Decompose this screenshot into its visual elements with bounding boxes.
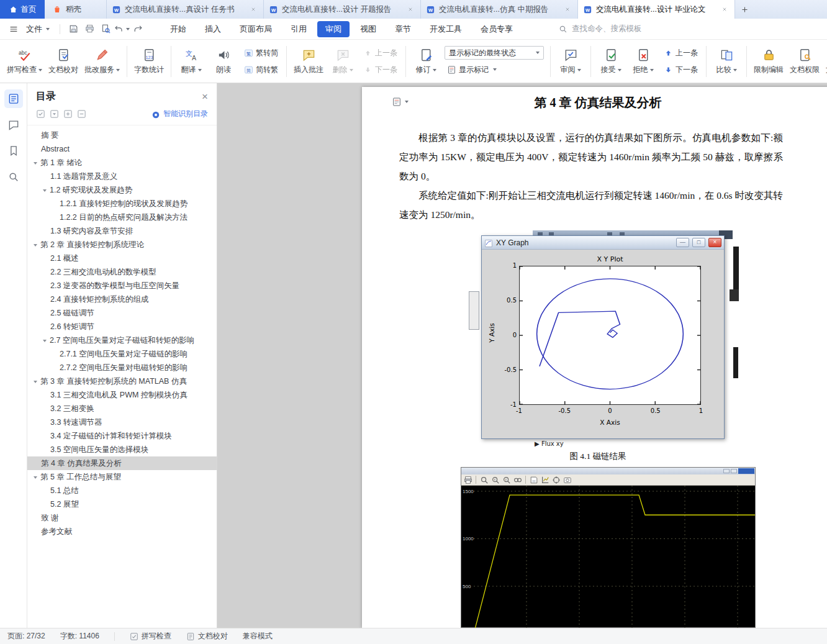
word-count[interactable]: 字数: 11406 xyxy=(60,631,99,642)
tab-section[interactable]: 章节 xyxy=(387,21,419,37)
toc-item[interactable]: 1.2.2 目前的热点研究问题及解决方法 xyxy=(27,211,217,224)
tab-start[interactable]: 开始 xyxy=(162,21,194,37)
word-count-button[interactable]: 123字数统计 xyxy=(131,43,167,80)
scope-floppy-icon[interactable] xyxy=(529,475,538,484)
store-tab[interactable]: 稻壳 xyxy=(45,0,107,19)
scope-axes-icon[interactable] xyxy=(540,475,549,484)
toc-item[interactable]: 第 1 章 绪论 xyxy=(27,156,217,170)
toc-item[interactable]: 参考文献 xyxy=(27,525,217,538)
toc-item[interactable]: 1.1 选题背景及意义 xyxy=(27,170,217,183)
compare-button[interactable]: 比较 xyxy=(710,43,743,80)
chevron-down-icon[interactable] xyxy=(43,340,47,342)
prev-comment-button[interactable]: 上一条 xyxy=(361,46,400,60)
close-icon[interactable]: × xyxy=(202,91,208,102)
minimize-button[interactable] xyxy=(723,469,730,473)
correction-service-button[interactable]: 批改服务 xyxy=(81,43,123,80)
restrict-editing-button[interactable]: 限制编辑 xyxy=(751,43,787,80)
rail-comment-button[interactable] xyxy=(4,116,23,134)
smart-toc-button[interactable]: 智能识别目录 xyxy=(151,109,208,119)
toc-item[interactable]: 第 4 章 仿真结果及分析 xyxy=(27,456,217,470)
toc-item[interactable]: 2.2 三相交流电动机的数学模型 xyxy=(27,265,217,279)
tab-dev-tools[interactable]: 开发工具 xyxy=(422,21,470,37)
scope-zoomx-icon[interactable]: x xyxy=(490,475,500,484)
redo-button[interactable] xyxy=(130,22,146,37)
chevron-down-icon[interactable] xyxy=(34,381,37,383)
toc-item[interactable]: 3.5 空间电压矢量的选择模块 xyxy=(27,443,217,456)
toc-item[interactable]: 致 谢 xyxy=(27,511,217,525)
spellcheck-status[interactable]: 拼写检查 xyxy=(130,631,171,642)
doc-tab[interactable]: W交流电机直接转...设计 开题报告 xyxy=(264,0,421,19)
toc-item[interactable]: 1.3 研究内容及章节安排 xyxy=(27,224,217,238)
toc-item[interactable]: 2.7.1 空间电压矢量对定子磁链的影响 xyxy=(27,347,217,361)
toc-item[interactable]: 2.3 逆变器的数学模型与电压空间矢量 xyxy=(27,279,217,293)
next-comment-button[interactable]: 下一条 xyxy=(361,63,400,76)
track-changes-button[interactable]: 修订 xyxy=(410,43,442,80)
undo-button[interactable] xyxy=(114,22,130,37)
toc-item[interactable]: 第 5 章 工作总结与展望 xyxy=(27,470,217,484)
toc-item[interactable]: 摘 要 xyxy=(27,129,217,142)
toc-item[interactable]: 1.2 研究现状及发展趋势 xyxy=(27,183,217,197)
insert-comment-button[interactable]: 插入批注 xyxy=(291,43,327,80)
toc-item[interactable]: 5.1 总结 xyxy=(27,484,217,497)
scope-cam-icon[interactable] xyxy=(563,475,572,484)
trad-to-simp-button[interactable]: 繁繁转简 xyxy=(242,46,281,60)
chevron-down-icon[interactable] xyxy=(34,244,37,247)
doc-authentication-button[interactable]: 文档认证 xyxy=(823,43,827,80)
reject-button[interactable]: 拒绝 xyxy=(627,43,659,80)
toc-item[interactable]: 3.2 三相变换 xyxy=(27,402,217,415)
scope-titlebar[interactable] xyxy=(461,468,755,474)
save-button[interactable] xyxy=(65,22,81,37)
toc-item[interactable]: 3.4 定子磁链的计算和转矩计算模块 xyxy=(27,429,217,443)
chevron-down-icon[interactable] xyxy=(34,476,37,479)
maximize-button[interactable]: □ xyxy=(692,238,705,247)
close-button[interactable]: × xyxy=(708,238,721,247)
home-tab[interactable]: 首页 xyxy=(0,0,45,19)
scope-binoc-icon[interactable] xyxy=(513,475,522,484)
maximize-button[interactable] xyxy=(731,469,737,473)
toc-expand-all-icon[interactable] xyxy=(63,109,73,119)
scope-print-icon[interactable] xyxy=(463,475,472,484)
doc-permission-button[interactable]: 文档权限 xyxy=(787,43,823,80)
tab-review[interactable]: 审阅 xyxy=(317,21,350,37)
tab-page-layout[interactable]: 页面布局 xyxy=(232,21,280,37)
doc-tab[interactable]: W交流电机直接转...设计 毕业论文 xyxy=(578,0,735,19)
translate-button[interactable]: 文A翻译 xyxy=(175,43,207,80)
toc-item[interactable]: 第 3 章 直接转矩控制系统的 MATLAB 仿真 xyxy=(27,374,217,388)
tab-view[interactable]: 视图 xyxy=(352,21,384,37)
command-search[interactable]: 查找命令、搜索模板 xyxy=(558,24,642,34)
doc-tab[interactable]: W交流电机直接转...仿真 中期报告 xyxy=(421,0,578,19)
toc-item[interactable]: 1.2.1 直接转矩控制的现状及发展趋势 xyxy=(27,197,217,211)
toc-item[interactable]: 2.5 磁链调节 xyxy=(27,306,217,320)
display-state-dropdown[interactable]: 显示标记的最终状态 xyxy=(445,46,544,60)
print-button[interactable] xyxy=(81,22,97,37)
scope-zoom-icon[interactable] xyxy=(479,475,489,484)
chevron-down-icon[interactable] xyxy=(34,162,37,165)
toc-item[interactable]: 2.6 转矩调节 xyxy=(27,320,217,333)
proofread-status[interactable]: 文档校对 xyxy=(186,631,228,642)
toc-item[interactable]: 3.1 三相交流电机及 PWM 控制模块仿真 xyxy=(27,388,217,402)
toc-item[interactable]: 2.7.2 空间电压矢量对电磁转矩的影响 xyxy=(27,361,217,374)
read-aloud-button[interactable]: 朗读 xyxy=(207,43,240,80)
new-tab-button[interactable] xyxy=(735,0,754,19)
toc-item[interactable]: 第 2 章 直接转矩控制系统理论 xyxy=(27,238,217,252)
close-icon[interactable] xyxy=(248,4,258,14)
spell-check-button[interactable]: abc拼写检查 xyxy=(4,43,45,80)
toc-item[interactable]: 2.4 直接转矩控制系统的组成 xyxy=(27,293,217,306)
tab-insert[interactable]: 插入 xyxy=(197,21,229,37)
tab-member[interactable]: 会员专享 xyxy=(472,21,521,37)
file-menu[interactable]: 文件 xyxy=(21,22,55,37)
rail-search-button[interactable] xyxy=(4,168,23,186)
toc-item[interactable]: Abstract xyxy=(27,142,217,156)
prev-change-button[interactable]: 上一条 xyxy=(661,46,700,60)
toc-item[interactable]: 2.1 概述 xyxy=(27,252,217,265)
toc-item[interactable]: 5.2 展望 xyxy=(27,497,217,511)
toc-item[interactable]: 3.3 转速调节器 xyxy=(27,415,217,429)
toc-collapse-all-icon[interactable] xyxy=(77,109,86,119)
tab-references[interactable]: 引用 xyxy=(282,21,315,37)
show-markup-button[interactable]: 显示标记 xyxy=(445,63,544,76)
scope-target-icon[interactable] xyxy=(551,475,561,484)
document-page[interactable]: 第 4 章 仿真结果及分析 根据第 3 章的仿真模块以及设置，运行的仿真结果如下… xyxy=(362,87,827,628)
close-icon[interactable] xyxy=(720,4,730,14)
doc-tab[interactable]: W交流电机直接转...真设计 任务书 xyxy=(107,0,264,19)
rail-bookmark-button[interactable] xyxy=(4,142,23,160)
